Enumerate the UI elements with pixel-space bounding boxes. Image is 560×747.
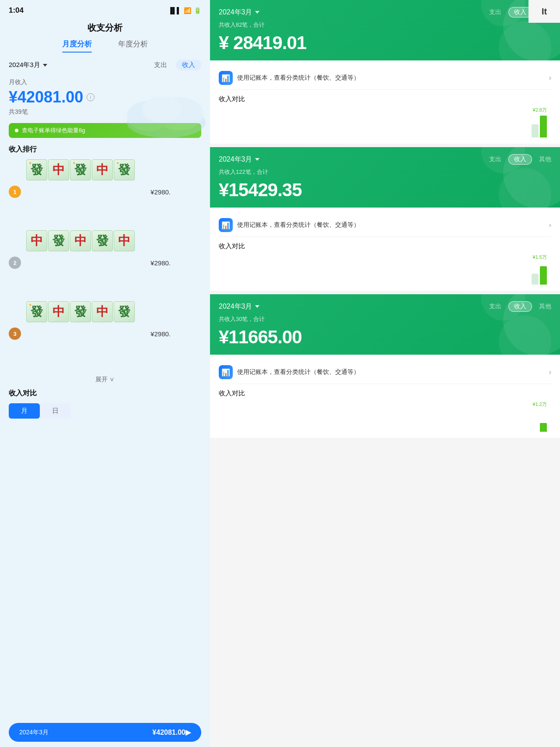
card-2-month[interactable]: 2024年3月 [219,155,259,164]
divider-1 [210,144,560,147]
rank-badge-2: 2 [9,257,21,269]
card-2-header: 2024年3月 支出 收入 其他 共收入122笔，合计 ¥15429.35 [210,147,560,208]
top-right-label: It [528,0,560,23]
rank-amount-2: ¥2980. [140,259,171,267]
page-title: 收支分析 [0,18,210,39]
time-tab-month[interactable]: 月 [9,403,40,419]
mj-tile: 發 [48,230,69,251]
signal-icon: ▐▌▌ [168,7,181,14]
card-3-chevron-icon [255,305,259,308]
expand-button[interactable]: 展开 ∨ [0,372,210,389]
card-3-promo-row[interactable]: 📊 使用记账本，查看分类统计（餐饮、交通等） › [219,361,551,384]
card-1-chart-label: ¥2.8万 [533,107,547,113]
card-3-month[interactable]: 2024年3月 [219,302,259,311]
green-dot-icon [15,129,18,132]
card-1-compare-label: 收入对比 [219,90,551,107]
wifi-icon: 📶 [184,7,191,14]
card-1-header: 2024年3月 支出 收入 其他 共收入82笔，合计 ¥ 28419.01 [210,0,560,60]
income-label: 月收入 [9,78,201,86]
rank-item-3: 3 ✦發 中 發 中 發 ¥2980. [9,301,201,366]
card-3-arrow-icon: › [549,368,551,376]
cloud-decoration [122,88,210,140]
mj-tile: 中 [26,230,47,251]
card-2-body: 📊 使用记账本，查看分类统计（餐饮、交通等） › 收入对比 ¥1.5万 [210,208,560,291]
mj-tile: 發 [92,230,113,251]
mahjong-grid-2: 中 發 中 發 中 [26,230,135,295]
mj-tile: 中 [92,159,113,180]
time-tabs: 月 日 [0,403,210,419]
mahjong-grid-1: ✦發 中 ✦發 中 ✦發 [26,159,135,224]
mj-tile: 中 [48,301,69,322]
promo-icon: 📊 [219,71,233,85]
status-icons: ▐▌▌ 📶 🔋 [168,7,201,14]
battery-icon: 🔋 [194,7,201,14]
mj-tile: 中 [92,301,113,322]
card-2: 2024年3月 支出 收入 其他 共收入122笔，合计 ¥15429.35 📊 … [210,147,560,291]
card-2-chart: ¥1.5万 [219,254,551,285]
card-2-income-tab[interactable]: 收入 [508,154,532,165]
ranking-section: 收入排行 1 ✦發 中 ✦發 中 ✦發 ¥2980. 2 中 發 中 發 中 ¥… [0,145,210,372]
card-3-income-tab[interactable]: 收入 [508,301,532,312]
income-tab[interactable]: 收入 [176,60,201,70]
card-2-arrow-icon: › [549,221,551,229]
tab-monthly[interactable]: 月度分析 [62,39,92,53]
info-icon[interactable]: i [87,93,94,101]
bottom-bar: 2024年3月 ¥42081.00▶ [0,718,210,747]
bottom-summary[interactable]: 2024年3月 ¥42081.00▶ [9,723,201,742]
card-1-chart: ¥2.8万 [219,107,551,137]
card-1-promo-left: 📊 使用记账本，查看分类统计（餐饮、交通等） [219,71,360,85]
time-tab-day[interactable]: 日 [40,403,71,419]
mj-tile: 發 [70,301,91,322]
status-time: 1:04 [9,6,24,15]
card-1-body: 📊 使用记账本，查看分类统计（餐饮、交通等） › 收入对比 ¥2.8万 [210,60,560,144]
card-1-promo-text: 使用记账本，查看分类统计（餐饮、交通等） [237,74,360,82]
month-selector[interactable]: 2024年3月 [9,61,47,69]
card-1-month[interactable]: 2024年3月 [219,8,259,17]
mj-tile: 中 [114,230,135,251]
mj-tile: 中 [48,159,69,180]
mj-tile: ✦發 [70,159,91,180]
card-3: 2024年3月 支出 收入 其他 共收入30笔，合计 ¥11665.00 📊 使… [210,294,560,438]
mahjong-grid-3: ✦發 中 發 中 發 [26,301,135,366]
card-3-chart: ¥1.2万 [219,401,551,432]
summary-amount: ¥42081.00▶ [152,728,191,736]
rank-badge-1: 1 [9,186,21,198]
card-3-promo-text: 使用记账本，查看分类统计（餐饮、交通等） [237,368,360,376]
expense-tab[interactable]: 支出 [154,61,167,69]
card-1: 2024年3月 支出 收入 其他 共收入82笔，合计 ¥ 28419.01 📊 … [210,0,560,144]
card-2-compare-label: 收入对比 [219,237,551,254]
card-3-compare-label: 收入对比 [219,384,551,401]
card-3-header: 2024年3月 支出 收入 其他 共收入30笔，合计 ¥11665.00 [210,294,560,355]
tab-yearly[interactable]: 年度分析 [118,39,148,53]
tab-bar: 月度分析 年度分析 [0,39,210,53]
card-1-promo-row[interactable]: 📊 使用记账本，查看分类统计（餐饮、交通等） › [219,67,551,90]
mj-tile: ✦發 [26,159,47,180]
card-2-promo-left: 📊 使用记账本，查看分类统计（餐饮、交通等） [219,218,360,232]
mj-tile: ✦發 [114,159,135,180]
type-tabs: 支出 收入 [154,60,201,70]
svg-point-3 [142,96,182,123]
promo-icon-2: 📊 [219,218,233,232]
card-3-promo-left: 📊 使用记账本，查看分类统计（餐饮、交通等） [219,365,360,379]
rank-amount-3: ¥2980. [140,330,171,338]
status-bar: 1:04 ▐▌▌ 📶 🔋 [0,0,210,18]
card-3-other-tab[interactable]: 其他 [539,303,551,310]
mj-tile: ✦發 [26,301,47,322]
banner-text: 查电子账单得绿色能量8g [22,127,85,134]
dropdown-arrow-icon [43,64,47,67]
rank-amount-1: ¥2980. [140,188,171,196]
card-2-promo-row[interactable]: 📊 使用记账本，查看分类统计（餐饮、交通等） › [219,214,551,237]
filter-bar: 2024年3月 支出 收入 [0,53,210,74]
card-2-chevron-icon [255,158,259,161]
ranking-title: 收入排行 [9,145,201,154]
card-3-body: 📊 使用记账本，查看分类统计（餐饮、交通等） › 收入对比 ¥1.2万 [210,355,560,438]
summary-month: 2024年3月 [19,729,49,736]
rank-badge-3: 3 [9,328,21,340]
mj-tile: 發 [114,301,135,322]
rank-item-1: 1 ✦發 中 ✦發 中 ✦發 ¥2980. [9,159,201,224]
promo-icon-3: 📊 [219,365,233,379]
card-2-chart-label: ¥1.5万 [533,254,547,261]
card-1-chevron-icon [255,11,259,14]
card-2-other-tab[interactable]: 其他 [539,155,551,163]
rank-item-2: 2 中 發 中 發 中 ¥2980. [9,230,201,295]
